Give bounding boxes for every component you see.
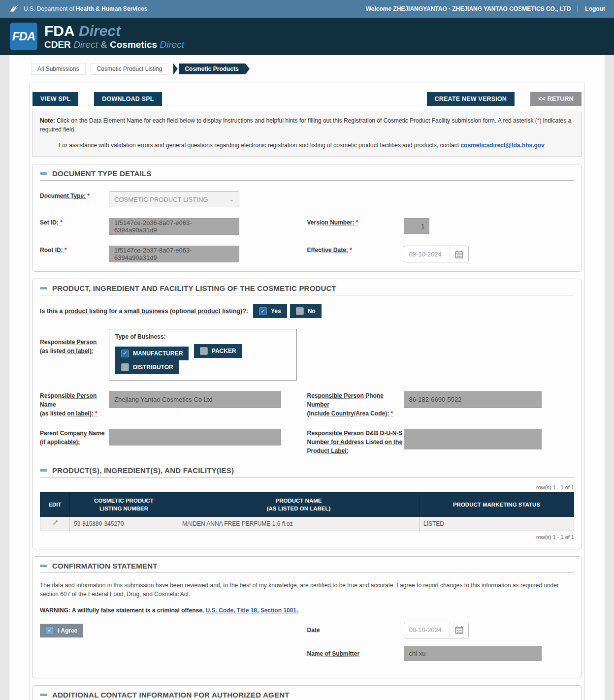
product-name-cell: MAIDEN ANNA FREE PERFUME 1.6 fl.oz <box>178 516 420 531</box>
unchecked-checkbox-icon <box>121 363 129 371</box>
rows-count-top: row(s) 1 - 1 of 1 <box>40 484 574 490</box>
hhs-dept-text: U.S. Department of Health & Human Servic… <box>24 5 147 12</box>
effective-date-label[interactable]: Effective Date: <box>307 246 404 262</box>
small-business-no-checkbox[interactable]: No <box>290 304 322 318</box>
checked-checkbox-icon: ✓ <box>121 350 129 357</box>
welcome-text: Welcome ZHEJIANGYANTAO - ZHEJIANG YANTAO… <box>366 5 579 12</box>
logout-link[interactable]: Logout <box>578 5 605 12</box>
note-text: Note: Click on the Data Element Name for… <box>40 116 574 134</box>
confirmation-statement-text: The data and information in this submiss… <box>40 581 574 599</box>
version-number-field[interactable]: 1 <box>404 218 429 234</box>
breadcrumb-all-submissions[interactable]: All Submissions <box>31 63 86 75</box>
edit-column-header: EDIT <box>40 492 70 516</box>
table-row: 53-815880-345270 MAIDEN ANNA FREE PERFUM… <box>40 516 574 531</box>
edit-row-button[interactable] <box>40 516 70 531</box>
confirmation-date-field[interactable]: 08-10-2024 <box>404 626 450 634</box>
distributor-checkbox[interactable]: DISTRIBUTOR <box>115 360 179 374</box>
responsible-person-phone-field[interactable]: 86-182-6690-5522 <box>404 391 542 408</box>
subsection-title: PRODUCT(S), INGREDIENT(S), AND FACILITY(… <box>52 466 234 475</box>
form-container: VIEW SPL DOWNLOAD SPL CREATE NEW VERSION… <box>29 83 585 700</box>
unchecked-checkbox-icon <box>296 307 304 315</box>
product-name-column-header: PRODUCT NAME(AS LISTED ON LABEL) <box>178 492 420 516</box>
us-code-link[interactable]: U.S. Code, Title 18, Section 1001. <box>206 607 298 614</box>
section-title: PRODUCT, INGREDIENT AND FACILITY LISTING… <box>52 284 336 292</box>
set-id-label[interactable]: Set ID: <box>40 218 109 235</box>
section-document-type-details: DOCUMENT TYPE DETAILS Document Type: COS… <box>32 164 582 272</box>
section-title: ADDITIONAL CONTACT INFORMATION FOR AUTHO… <box>52 691 290 699</box>
breadcrumb-arrow-icon <box>173 64 178 74</box>
section-title: CONFIRMATION STATEMENT <box>52 562 158 570</box>
section-confirmation-statement: CONFIRMATION STATEMENT The data and info… <box>32 556 582 678</box>
cosmeticsdirect-email-link[interactable]: cosmeticsdirect@fda.hhs.gov <box>460 142 544 149</box>
warning-text: WARNING: A willfully false statement is … <box>40 607 574 614</box>
app-subtitle: CDER Direct & Cosmetics Direct <box>44 40 184 50</box>
create-new-version-button[interactable]: CREATE NEW VERSION <box>427 92 515 106</box>
collapse-icon[interactable] <box>40 172 47 175</box>
pencil-icon <box>51 521 59 528</box>
calendar-icon[interactable] <box>450 246 468 262</box>
duns-number-field[interactable] <box>404 429 542 449</box>
manufacturer-checkbox[interactable]: ✓ MANUFACTURER <box>115 347 189 360</box>
return-button[interactable]: << RETURN <box>530 92 582 106</box>
hhs-eagle-icon <box>9 3 20 15</box>
breadcrumb: All Submissions Cosmetic Product Listing… <box>31 63 605 75</box>
packer-checkbox[interactable]: PACKER <box>194 344 242 358</box>
chevron-down-icon: ⌄ <box>229 196 234 203</box>
listing-number-cell: 53-815880-345270 <box>70 516 178 531</box>
collapse-icon[interactable] <box>40 694 47 696</box>
i-agree-checkbox[interactable]: ✓ I Agree <box>40 624 83 637</box>
responsible-person-phone-label[interactable]: Responsible Person Phone Number (Include… <box>307 391 404 418</box>
root-id-label[interactable]: Root ID: <box>40 246 109 262</box>
fda-logo: FDA <box>10 23 37 50</box>
section-title: DOCUMENT TYPE DETAILS <box>52 169 151 178</box>
breadcrumb-arrow-icon <box>245 64 250 74</box>
checked-checkbox-icon: ✓ <box>46 627 54 635</box>
collapse-icon[interactable] <box>40 565 47 567</box>
parent-company-field[interactable] <box>109 429 281 445</box>
unchecked-checkbox-icon <box>200 347 208 355</box>
assistance-text: For assistance with validation errors an… <box>40 141 574 150</box>
type-of-business-box: Type of Business: ✓ MANUFACTURER PACKER … <box>109 329 297 381</box>
section-product-listing: PRODUCT, INGREDIENT AND FACILITY LISTING… <box>32 279 582 549</box>
responsible-person-name-label[interactable]: Responsible Person Name (as listed on la… <box>40 391 109 418</box>
small-business-yes-checkbox[interactable]: ✓ Yes <box>253 304 287 318</box>
responsible-person-name-field[interactable]: Zhejiang Yantao Cosmetics Co Ltd <box>109 391 281 408</box>
submitter-name-label[interactable]: Name of Submitter <box>307 649 404 658</box>
download-spl-button[interactable]: DOWNLOAD SPL <box>94 92 162 106</box>
type-of-business-label: Type of Business: <box>115 333 291 340</box>
rows-count-bottom: row(s) 1 - 1 of 1 <box>40 534 574 540</box>
parent-company-label[interactable]: Parent Company Name (if applicable): <box>40 429 109 455</box>
main-panel: All Submissions Cosmetic Product Listing… <box>9 55 605 700</box>
section-additional-contact: ADDITIONAL CONTACT INFORMATION FOR AUTHO… <box>32 685 582 700</box>
marketing-status-cell: LISTED <box>420 516 574 531</box>
view-spl-button[interactable]: VIEW SPL <box>32 92 78 106</box>
brand-header: FDA FDA Direct CDER Direct & Cosmetics D… <box>0 18 614 55</box>
duns-number-label[interactable]: Responsible Person D&B D-U-N-S Number fo… <box>307 429 404 455</box>
collapse-icon[interactable] <box>40 287 47 289</box>
app-title: FDA Direct <box>44 23 184 39</box>
effective-date-field[interactable]: 08-10-2024 <box>404 251 450 258</box>
breadcrumb-cosmetic-product-listing[interactable]: Cosmetic Product Listing <box>91 63 169 75</box>
checked-checkbox-icon: ✓ <box>259 307 267 315</box>
root-id-field[interactable]: 1f5147ce-2b37-8a07-e063-6394a90a31d9 <box>109 246 239 262</box>
note-box: Note: Click on the Data Element Name for… <box>32 111 582 157</box>
date-label[interactable]: Date <box>307 626 404 635</box>
collapse-icon[interactable] <box>40 469 47 472</box>
submitter-name-field[interactable]: chi xu <box>404 646 542 661</box>
small-business-question-label[interactable]: Is this a product listing for a small bu… <box>40 308 248 315</box>
toolbar: VIEW SPL DOWNLOAD SPL CREATE NEW VERSION… <box>32 90 582 111</box>
products-table: EDIT COSMETIC PRODUCTLISTING NUMBER PROD… <box>40 492 574 531</box>
breadcrumb-cosmetic-products[interactable]: Cosmetic Products <box>179 64 244 74</box>
responsible-person-label[interactable]: Responsible Person (as listed on label): <box>40 329 109 381</box>
marketing-status-column-header: PRODUCT MARKETING STATUS <box>420 492 574 516</box>
calendar-icon[interactable] <box>450 622 468 638</box>
hhs-utility-bar: U.S. Department of Health & Human Servic… <box>0 0 614 18</box>
document-type-select[interactable]: COSMETIC PRODUCT LISTING ⌄ <box>109 191 239 207</box>
document-type-label[interactable]: Document Type: <box>40 191 109 207</box>
version-number-label[interactable]: Version Number: <box>307 218 404 235</box>
set-id-field[interactable]: 1f5147ce-2b36-8a07-e063-6394a90a31d9 <box>109 218 239 235</box>
listing-number-column-header: COSMETIC PRODUCTLISTING NUMBER <box>70 492 178 516</box>
